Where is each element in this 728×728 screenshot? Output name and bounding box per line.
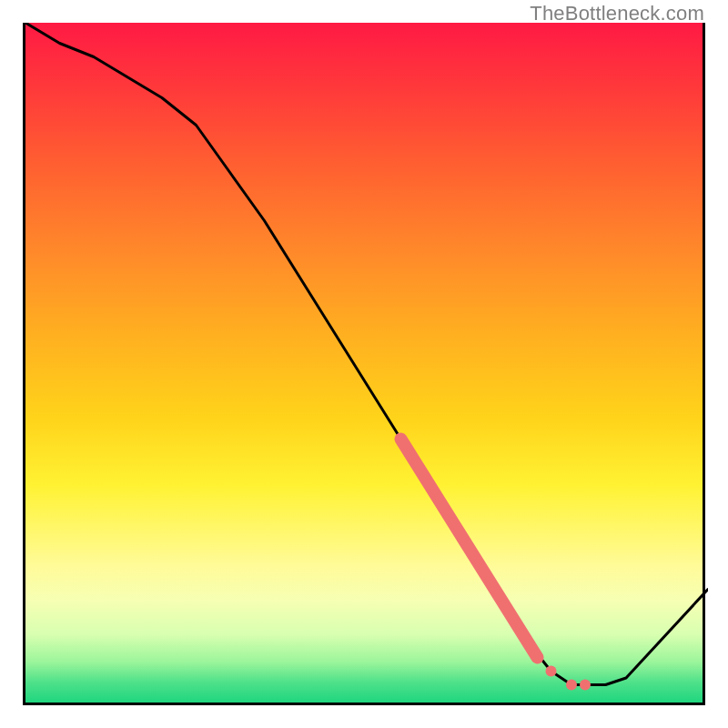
highlight-dot xyxy=(546,666,557,677)
highlight-dots xyxy=(546,666,592,691)
bottleneck-curve xyxy=(25,23,708,685)
highlight-dot xyxy=(566,680,577,691)
chart-container: TheBottleneck.com xyxy=(0,0,728,728)
plot-area xyxy=(23,23,705,705)
watermark-text: TheBottleneck.com xyxy=(530,2,704,25)
highlight-dot xyxy=(580,680,591,691)
highlight-band xyxy=(401,440,538,658)
curve-group xyxy=(25,23,708,691)
chart-svg xyxy=(25,23,708,705)
